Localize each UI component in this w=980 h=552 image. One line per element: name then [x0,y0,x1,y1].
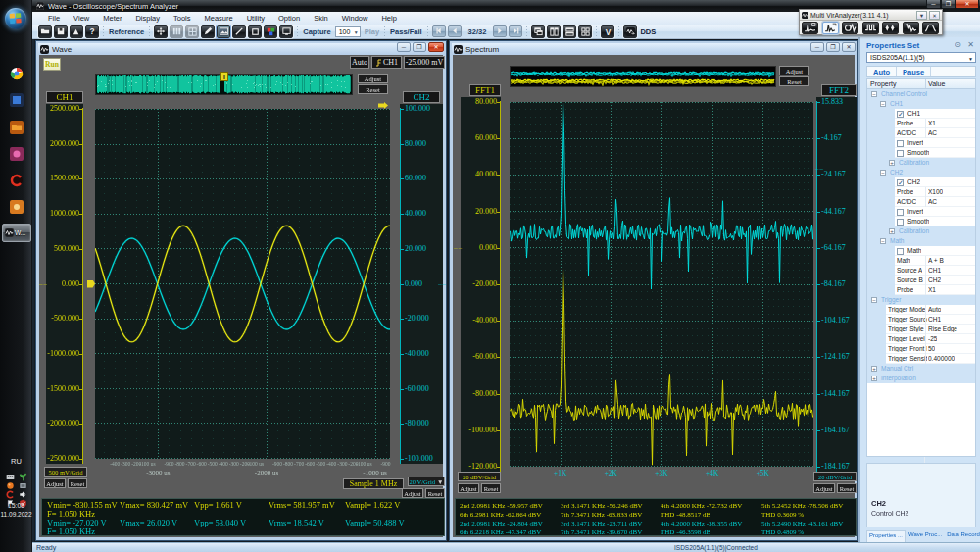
tray-icon-swirl-red-small[interactable] [6,485,15,494]
fft1-reset-button[interactable]: Reset [481,483,501,493]
tray-icon-ball-orange[interactable] [6,477,15,485]
collapse-icon[interactable]: − [880,238,886,244]
viranalyzer-dropdown-button[interactable]: ▼ [916,11,927,20]
wave-close-button[interactable]: ✕ [428,42,444,52]
viranalyzer-meter-wave-button[interactable] [842,22,858,34]
checkbox-ch2[interactable] [897,179,904,186]
property-row-trigger[interactable]: −Trigger [867,295,975,305]
help-button[interactable]: ? [85,25,99,38]
image-button[interactable] [217,25,230,38]
collapse-icon[interactable]: − [880,170,886,176]
device-selector-arrow-icon[interactable]: ▼ [968,56,973,62]
viranalyzer-spectrum-sel-button[interactable] [822,22,839,34]
menu-view[interactable]: View [67,13,96,24]
collapse-icon[interactable]: − [871,297,877,303]
property-row-ch1[interactable]: −CH1 [867,99,975,109]
ch2-adjust-button[interactable]: Adjust [402,488,423,498]
property-row-probe[interactable]: ProbeX1 [867,119,975,128]
property-row-probe[interactable]: ProbeX1 [867,285,975,295]
spectrum-hadjust-button[interactable]: Adjust [779,66,809,75]
trigger-position-marker[interactable]: T [220,72,228,81]
ch1-reset-button[interactable]: Reset [68,478,87,488]
tab-data-record[interactable]: Data Record [945,530,980,542]
auto-button[interactable]: Auto [867,67,897,76]
checkbox-invert[interactable] [897,140,904,147]
grid-cells-button[interactable] [185,25,199,38]
color-squares-button[interactable] [264,25,277,38]
arrow-next-button[interactable] [493,25,507,37]
capture-label[interactable]: Capture [303,27,330,36]
wave-restore-button[interactable]: ❐ [413,42,426,52]
trigger-level-marker[interactable] [378,102,388,109]
taskbar-icon-media-pink[interactable] [10,147,24,161]
wave-titlebar[interactable]: Wave [38,43,444,55]
line-diag-button[interactable] [232,25,246,38]
property-row-ac-dc[interactable]: AC/DCAC [867,197,975,207]
property-row-ch1[interactable]: CH1 [867,109,975,119]
tab-wave-proc-[interactable]: Wave Proc... [906,530,944,542]
wave-hadjust-button[interactable]: Adjust [358,74,388,83]
trigger-source-box[interactable]: CH1 [371,56,402,69]
fft2-adjust-button[interactable]: Adjust [813,483,835,493]
taskbar-button-wave-app[interactable]: W... [2,224,31,242]
dds-button[interactable] [623,25,637,38]
checkbox-invert[interactable] [897,209,904,216]
property-row-invert[interactable]: Invert [867,207,975,217]
menu-help[interactable]: Help [374,13,403,24]
menu-display[interactable]: Display [128,13,167,24]
run-button[interactable]: Run [43,58,61,71]
property-row-math[interactable]: −Math [867,236,975,246]
spectrum-minimize-button[interactable]: ─ [810,42,824,52]
menu-tools[interactable]: Tools [167,13,198,24]
property-row-ch2[interactable]: CH2 [867,177,975,187]
viranalyzer-spectrum-sq-button[interactable] [802,22,818,34]
arrow-first-button[interactable] [432,25,446,37]
wave-hreset-button[interactable]: Reset [358,84,388,94]
checkbox-smooth[interactable] [897,150,904,157]
menu-skin[interactable]: Skin [307,13,335,24]
viranalyzer-square-wave-button[interactable] [862,22,879,34]
combo-arrow-icon[interactable]: ▼ [354,29,359,35]
spectrum-titlebar[interactable]: Spectrum [452,43,856,55]
pause-button[interactable]: Pause [897,67,931,76]
start-button[interactable] [5,8,26,29]
cascade-windows-button[interactable] [531,25,545,38]
menu-measure[interactable]: Measure [198,13,240,24]
property-row-calibration[interactable]: +Calibration [867,158,975,168]
arrow-prev-button[interactable] [448,25,462,37]
arrow-last-button[interactable] [509,25,522,37]
move-cross-button[interactable] [154,25,168,38]
spectrum-restore-button[interactable]: ❐ [826,42,840,52]
expand-icon[interactable]: + [889,160,895,166]
property-row-manual-ctrl[interactable]: +Manual Ctrl [867,364,975,374]
app-minimize-button[interactable]: ─ [926,0,941,9]
property-row-trigger-style[interactable]: Trigger StyleRise Edge [867,325,975,334]
property-row-smooth[interactable]: Smooth [867,148,975,158]
property-row-interpolation[interactable]: +Interpolation [867,374,975,383]
date[interactable]: 11.09.2022 [0,511,32,518]
property-row-ac-dc[interactable]: AC/DCAC [867,128,975,138]
property-row-source-a[interactable]: Source ACH1 [867,266,975,276]
app-close-button[interactable]: ✕ [956,0,979,9]
menu-file[interactable]: File [41,13,67,24]
ch1-adjust-button[interactable]: Adjust [44,478,66,488]
property-row-channel-control[interactable]: −Channel Control [867,89,975,99]
collapse-icon[interactable]: − [880,101,886,107]
viranalyzer-dual-pulse-button[interactable] [882,22,899,34]
checkbox-smooth[interactable] [897,219,904,226]
viranalyzer-smooth-pulse-button[interactable] [922,22,939,34]
property-row-source-b[interactable]: Source BCH2 [867,276,975,285]
v-tool-button[interactable]: V [601,25,614,38]
pin-icon[interactable]: ⊙ [955,40,963,49]
tab-properties-[interactable]: Properties ... [866,530,906,542]
frame-counter[interactable]: 32/32 [468,27,487,36]
ch1-position-marker[interactable] [87,280,95,288]
clock[interactable]: 15:08 [0,502,32,509]
taskbar-icon-chrome[interactable] [10,67,24,80]
property-row-trigger-source[interactable]: Trigger SourceCH1 [867,315,975,325]
property-row-calibration[interactable]: +Calibration [867,226,975,236]
menu-meter[interactable]: Meter [96,13,128,24]
taskbar-icon-swirl-red[interactable] [10,174,24,187]
viranalyzer-titlebar[interactable]: Multi VirAnalyzer(3.11 4.1) ▼ ✕ [800,10,942,21]
property-row-ch2[interactable]: −CH2 [867,168,975,177]
